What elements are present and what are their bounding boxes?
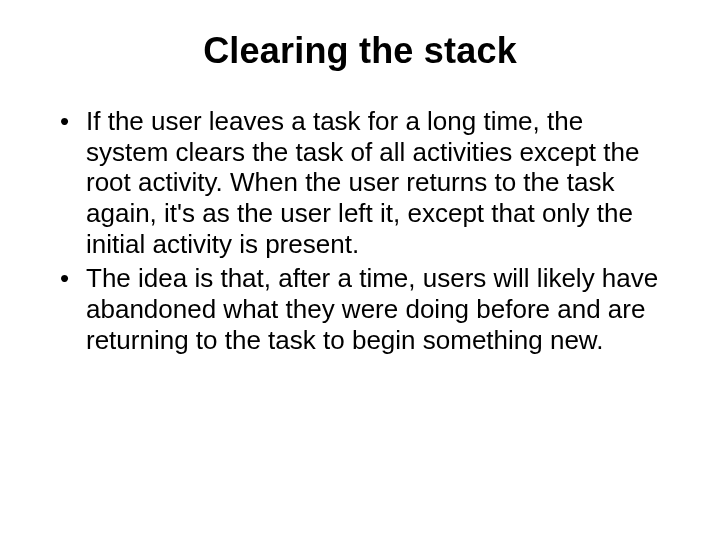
slide: Clearing the stack If the user leaves a …	[0, 0, 720, 540]
list-item: If the user leaves a task for a long tim…	[56, 106, 664, 259]
bullet-list: If the user leaves a task for a long tim…	[50, 106, 670, 355]
slide-title: Clearing the stack	[50, 30, 670, 72]
list-item: The idea is that, after a time, users wi…	[56, 263, 664, 355]
